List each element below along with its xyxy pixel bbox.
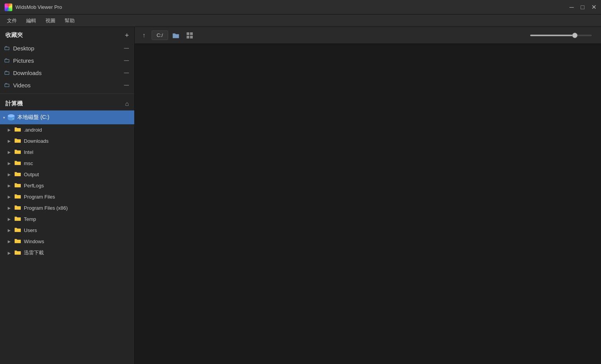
minimize-button[interactable]: ─ [569, 4, 574, 10]
view-toggle-button[interactable] [184, 30, 196, 41]
favorites-section-header: 收藏夾 + [0, 27, 134, 42]
favorite-item-downloads[interactable]: 🗀 Downloads ─ [0, 67, 134, 79]
view-grid-icon [186, 32, 193, 39]
tree-folder-icon [15, 171, 21, 178]
tree-expand-arrow: ▶ [8, 195, 12, 199]
tree-expand-arrow: ▶ [8, 161, 12, 165]
menu-item-view[interactable]: 視圖 [42, 16, 59, 26]
drive-label: 本地磁盤 (C:) [17, 114, 49, 121]
content-body [135, 44, 601, 364]
tree-expand-arrow: ▶ [8, 172, 12, 177]
computer-title: 計算機 [5, 100, 23, 107]
window-controls: ─ □ ✕ [569, 4, 596, 10]
tree-folder-icon [15, 238, 21, 245]
remove-favorite-pictures[interactable]: ─ [124, 57, 129, 64]
tree-label-xunlei: 迅雷下載 [24, 249, 44, 256]
svg-rect-4 [187, 32, 189, 35]
tree-folder-icon [15, 149, 21, 155]
remove-favorite-desktop[interactable]: ─ [124, 45, 129, 52]
favorite-label-videos: Videos [13, 82, 31, 88]
tree-label-downloads: Downloads [24, 138, 48, 144]
favorite-item-pictures[interactable]: 🗀 Pictures ─ [0, 54, 134, 67]
remove-favorite-downloads[interactable]: ─ [124, 69, 129, 76]
svg-rect-5 [190, 32, 193, 35]
tree-item-intel[interactable]: ▶ Intel [0, 147, 134, 158]
svg-point-3 [13, 119, 13, 119]
tree-folder-icon [15, 205, 21, 211]
folder-icon: 🗀 [4, 45, 10, 52]
tree-label-output: Output [24, 172, 39, 177]
tree-item-users[interactable]: ▶ Users [0, 225, 134, 236]
toolbar: ↑ C:/ [135, 27, 601, 44]
tree-folder-icon [15, 250, 21, 256]
drive-icon [7, 114, 15, 121]
favorite-item-videos[interactable]: 🗀 Videos ─ [0, 79, 134, 91]
favorite-label-downloads: Downloads [13, 70, 42, 76]
up-directory-button[interactable]: ↑ [138, 30, 150, 41]
remove-favorite-videos[interactable]: ─ [124, 82, 129, 88]
sidebar: 收藏夾 + 🗀 Desktop ─ 🗀 Pictures ─ 🗀 Downloa… [0, 27, 135, 364]
computer-section-header: 計算機 ⌂ [0, 96, 134, 110]
tree-label-temp: Temp [24, 216, 36, 222]
menu-bar: 文件 編輯 視圖 幫助 [0, 15, 601, 27]
tree-expand-arrow: ▶ [8, 239, 12, 244]
tree-folder-icon [15, 227, 21, 234]
tree-item-program-files-x86[interactable]: ▶ Program Files (x86) [0, 202, 134, 214]
tree-item-xunlei[interactable]: ▶ 迅雷下載 [0, 247, 134, 259]
folder-icon: 🗀 [4, 57, 10, 64]
drive-item-c[interactable]: ▾ 本地磁盤 (C:) [0, 110, 134, 124]
tree-folder-icon [15, 127, 21, 133]
favorites-title: 收藏夾 [5, 32, 23, 39]
tree-item-temp[interactable]: ▶ Temp [0, 214, 134, 225]
tree-label-users: Users [24, 227, 37, 233]
tree-expand-arrow: ▶ [8, 139, 12, 143]
tree-folder-icon [15, 138, 21, 144]
favorite-item-desktop[interactable]: 🗀 Desktop ─ [0, 42, 134, 54]
tree-expand-arrow: ▶ [8, 217, 12, 221]
tree-folder-icon [15, 194, 21, 200]
tree-item-downloads[interactable]: ▶ Downloads [0, 135, 134, 147]
tree-label-android: .android [24, 127, 42, 133]
tree-label-intel: Intel [24, 149, 33, 155]
home-button[interactable]: ⌂ [125, 101, 129, 107]
zoom-slider-container[interactable] [530, 35, 598, 36]
add-favorite-button[interactable]: + [125, 32, 129, 39]
title-bar: WidsMob Viewer Pro ─ □ ✕ [0, 0, 601, 15]
tree-item-program-files[interactable]: ▶ Program Files [0, 191, 134, 202]
tree-label-program-files-x86: Program Files (x86) [24, 205, 68, 211]
tree-folder-icon [15, 160, 21, 167]
zoom-slider-thumb[interactable] [572, 33, 578, 38]
tree-item-msc[interactable]: ▶ msc [0, 158, 134, 169]
tree-item-perflogs[interactable]: ▶ PerfLogs [0, 180, 134, 191]
menu-item-help[interactable]: 幫助 [61, 16, 78, 26]
tree-item-windows[interactable]: ▶ Windows [0, 236, 134, 247]
maximize-button[interactable]: □ [581, 4, 584, 10]
folder-open-icon [172, 32, 180, 39]
tree-item-android[interactable]: ▶ .android [0, 124, 134, 135]
tree-label-program-files: Program Files [24, 194, 55, 200]
tree-expand-arrow: ▶ [8, 251, 12, 255]
open-folder-button[interactable] [170, 30, 182, 41]
menu-item-edit[interactable]: 編輯 [22, 16, 40, 26]
app-logo-icon [5, 3, 12, 11]
drive-expand-arrow: ▾ [3, 115, 5, 120]
app-title: WidsMob Viewer Pro [15, 4, 62, 10]
tree-expand-arrow: ▶ [8, 206, 12, 210]
close-button[interactable]: ✕ [591, 4, 596, 10]
tree-expand-arrow: ▶ [8, 228, 12, 232]
content-area: ↑ C:/ [135, 27, 601, 364]
svg-point-2 [8, 114, 15, 117]
tree-expand-arrow: ▶ [8, 128, 12, 132]
tree-item-output[interactable]: ▶ Output [0, 169, 134, 180]
tree-label-msc: msc [24, 160, 33, 166]
tree-expand-arrow: ▶ [8, 150, 12, 154]
tree-label-windows: Windows [24, 239, 44, 244]
menu-item-file[interactable]: 文件 [3, 16, 21, 26]
tree-folder-icon [15, 216, 21, 222]
svg-rect-6 [187, 36, 189, 38]
folder-icon: 🗀 [4, 82, 10, 88]
current-path-label: C:/ [152, 30, 168, 40]
tree-label-perflogs: PerfLogs [24, 183, 44, 189]
title-bar-left: WidsMob Viewer Pro [5, 3, 62, 11]
svg-rect-7 [190, 36, 193, 38]
